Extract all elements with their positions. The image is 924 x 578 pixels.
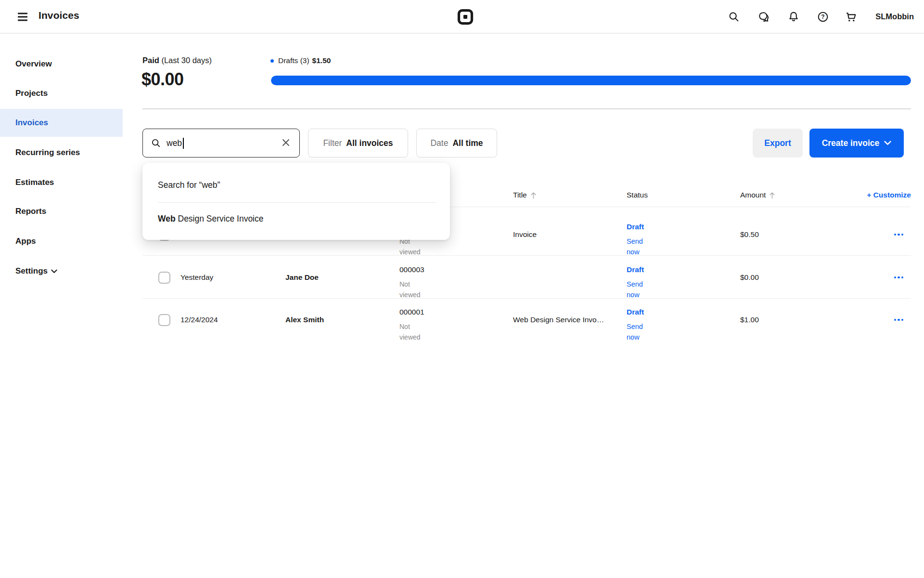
search-result-option[interactable]: Web Design Service Invoice — [142, 208, 450, 229]
viewed-status: Not viewed — [399, 321, 421, 342]
sidebar-item-projects[interactable]: Projects — [0, 79, 123, 107]
sidebar: Overview Projects Invoices Recurring ser… — [0, 34, 123, 578]
invoice-customer-cell: Jane Doe — [285, 256, 319, 299]
invoice-number: 000001 — [399, 307, 424, 317]
hamburger-menu-button[interactable] — [15, 10, 30, 24]
search-result-rest: Design Service Invoice — [176, 214, 264, 223]
search-icon — [151, 138, 161, 148]
sidebar-item-settings[interactable]: Settings — [0, 257, 123, 285]
search-icon[interactable] — [724, 11, 744, 23]
paid-label-strong: Paid — [142, 56, 159, 65]
close-icon — [281, 137, 291, 148]
column-header-title-label: Title — [513, 191, 527, 199]
invoice-amount-cell: $0.00 — [740, 256, 759, 299]
sort-up-icon — [530, 192, 537, 199]
row-actions-menu-button[interactable] — [894, 256, 904, 299]
drafts-progress-bar — [271, 76, 911, 85]
viewed-status: Not viewed — [399, 279, 421, 300]
sidebar-item-apps[interactable]: Apps — [0, 227, 123, 255]
topbar: Invoices ? SLMobbin — [0, 0, 924, 34]
row-checkbox[interactable] — [158, 314, 170, 326]
page-title: Invoices — [38, 10, 79, 21]
invoice-number: 000003 — [399, 264, 424, 275]
date-dropdown-button[interactable]: Date All time — [416, 129, 497, 158]
invoice-search-input[interactable]: web — [142, 129, 300, 158]
account-username[interactable]: SLMobbin — [875, 12, 914, 21]
square-logo-icon[interactable] — [457, 8, 474, 26]
row-actions-menu-button[interactable] — [894, 299, 904, 341]
paid-amount: $0.00 — [141, 69, 184, 90]
hamburger-icon — [16, 10, 29, 24]
date-label: Date — [430, 138, 448, 148]
row-checkbox-cell — [158, 299, 170, 341]
export-button[interactable]: Export — [753, 129, 803, 158]
app-root: Invoices ? SLMobbin Overview Projects In… — [0, 0, 924, 578]
customize-columns-link[interactable]: + Customize — [867, 188, 911, 202]
filter-label: Filter — [323, 138, 342, 148]
invoice-amount-cell: $0.50 — [740, 213, 759, 256]
row-checkbox-cell — [158, 256, 170, 299]
sort-up-icon — [769, 192, 775, 199]
drafts-legend: Drafts (3) $1.50 — [270, 56, 331, 65]
filter-value: All invoices — [346, 138, 393, 148]
chevron-down-icon — [51, 269, 57, 274]
sidebar-item-estimates[interactable]: Estimates — [0, 169, 123, 197]
column-header-status[interactable]: Status — [627, 188, 648, 202]
sidebar-item-overview[interactable]: Overview — [0, 50, 123, 78]
search-result-highlight: Web — [158, 214, 176, 223]
search-input-value: web — [167, 138, 182, 148]
row-actions-menu-button[interactable] — [894, 213, 904, 256]
invoice-customer-cell: Alex Smith — [285, 299, 324, 341]
create-invoice-button[interactable]: Create invoice — [809, 129, 904, 158]
drafts-progress-fill — [271, 76, 911, 85]
search-for-option[interactable]: Search for “web” — [142, 174, 450, 196]
column-header-amount[interactable]: Amount — [740, 188, 775, 202]
table-row: 12/24/2024 Alex Smith 000001 Not viewed … — [142, 299, 911, 341]
messages-icon[interactable] — [754, 11, 773, 23]
invoice-title-cell: Invoice — [513, 213, 537, 256]
paid-period: (Last 30 days) — [161, 56, 212, 65]
send-now-link[interactable]: Send now — [627, 236, 643, 257]
invoice-title-cell: Web Design Service Invo… — [513, 299, 604, 341]
cart-icon[interactable] — [841, 11, 860, 23]
date-value: All time — [452, 138, 483, 148]
dropdown-divider — [158, 202, 436, 203]
invoice-amount-cell: $1.00 — [740, 299, 759, 341]
column-header-amount-label: Amount — [740, 191, 766, 199]
sidebar-item-reports[interactable]: Reports — [0, 197, 123, 225]
svg-text:?: ? — [821, 13, 824, 20]
status-draft-link[interactable]: Draft — [627, 264, 644, 275]
notifications-bell-icon[interactable] — [784, 11, 803, 23]
column-header-title[interactable]: Title — [513, 188, 537, 202]
table-row: Yesterday Jane Doe 000003 Not viewed Dra… — [142, 256, 911, 299]
row-checkbox[interactable] — [158, 272, 170, 284]
help-icon[interactable]: ? — [813, 11, 833, 23]
stats-divider — [142, 108, 911, 109]
chevron-down-icon — [884, 141, 891, 145]
text-cursor — [183, 138, 184, 149]
drafts-amount: $1.50 — [312, 56, 331, 65]
search-suggestions-dropdown: Search for “web” Web Design Service Invo… — [142, 163, 450, 240]
paid-stat-label: Paid (Last 30 days) — [142, 56, 212, 65]
column-header-status-label: Status — [627, 191, 648, 199]
send-now-link[interactable]: Send now — [627, 321, 643, 342]
drafts-label: Drafts (3) — [278, 56, 309, 65]
send-now-link[interactable]: Send now — [627, 279, 643, 300]
invoice-date-cell: 12/24/2024 — [180, 299, 218, 341]
drafts-dot-icon — [270, 59, 274, 63]
sidebar-item-label: Settings — [15, 266, 48, 276]
invoice-date-cell: Yesterday — [180, 256, 213, 299]
clear-search-button[interactable] — [280, 137, 292, 149]
status-draft-link[interactable]: Draft — [627, 307, 644, 317]
sidebar-item-invoices[interactable]: Invoices — [0, 109, 123, 137]
status-draft-link[interactable]: Draft — [627, 222, 644, 232]
sidebar-item-recurring-series[interactable]: Recurring series — [0, 139, 123, 167]
create-invoice-label: Create invoice — [822, 138, 880, 148]
filter-dropdown-button[interactable]: Filter All invoices — [308, 129, 408, 158]
